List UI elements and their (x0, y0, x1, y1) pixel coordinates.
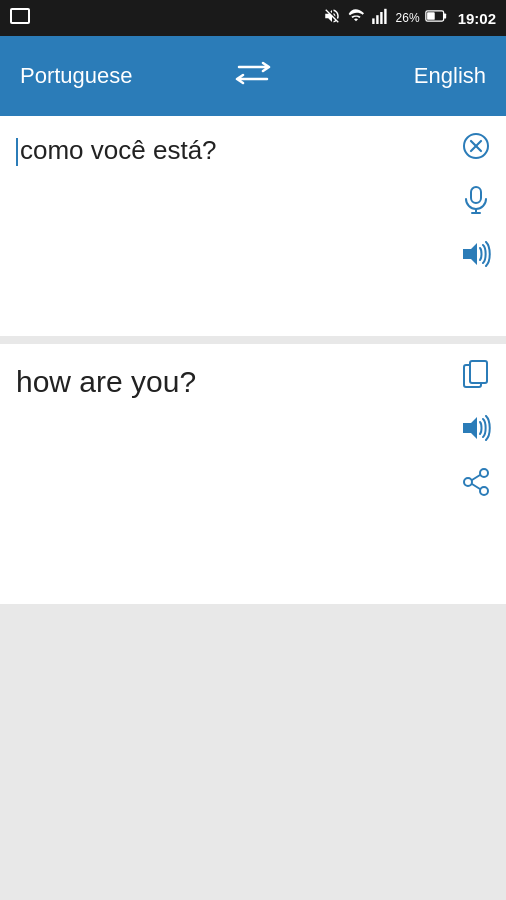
svg-rect-6 (427, 12, 435, 20)
svg-point-19 (464, 478, 472, 486)
svg-rect-0 (11, 9, 29, 23)
svg-point-18 (480, 469, 488, 477)
output-section: how are you? (0, 344, 506, 604)
header-bar: Portuguese English (0, 36, 506, 116)
input-section: como você está? (0, 116, 506, 336)
wifi-icon (346, 8, 366, 28)
svg-rect-4 (384, 9, 386, 24)
svg-rect-1 (372, 18, 374, 24)
output-actions (460, 358, 492, 498)
input-text-display[interactable]: como você está? (16, 134, 490, 168)
microphone-button[interactable] (460, 184, 492, 216)
svg-point-20 (480, 487, 488, 495)
input-cursor (16, 138, 18, 166)
battery-text: 26% (396, 11, 420, 25)
copy-button[interactable] (460, 358, 492, 390)
svg-rect-3 (380, 12, 382, 24)
status-bar: 26% 19:02 (0, 0, 506, 36)
output-text-display: how are you? (16, 362, 490, 401)
time-display: 19:02 (458, 10, 496, 27)
signal-icon (371, 8, 391, 28)
svg-rect-11 (471, 187, 481, 203)
svg-line-21 (472, 475, 480, 480)
mute-icon (323, 7, 341, 29)
clear-input-button[interactable] (460, 130, 492, 162)
svg-rect-2 (376, 15, 378, 24)
svg-marker-14 (463, 243, 477, 265)
svg-marker-17 (463, 417, 477, 439)
source-language-button[interactable]: Portuguese (20, 63, 235, 89)
share-button[interactable] (460, 466, 492, 498)
thumbnail-icon (10, 8, 30, 28)
svg-rect-7 (443, 13, 446, 18)
output-speaker-button[interactable] (460, 412, 492, 444)
battery-icon (425, 9, 447, 27)
svg-rect-16 (470, 361, 487, 383)
svg-line-22 (472, 484, 480, 489)
input-speaker-button[interactable] (460, 238, 492, 270)
target-language-button[interactable]: English (271, 63, 486, 89)
input-actions (460, 130, 492, 270)
swap-languages-button[interactable] (235, 59, 271, 93)
